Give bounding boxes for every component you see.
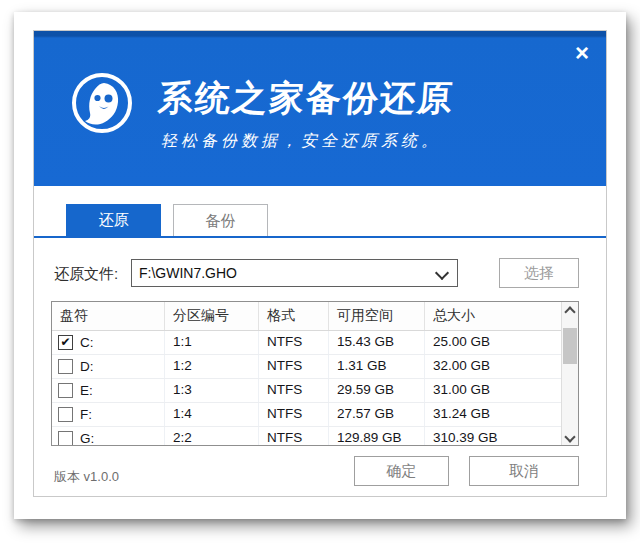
row-checkbox[interactable] — [58, 431, 73, 445]
format-value: NTFS — [259, 427, 329, 445]
partition-id: 1:3 — [165, 379, 259, 402]
partition-table: 盘符 分区编号 格式 可用空间 总大小 ✔ C: 1:1 NTFS 15.43 … — [51, 301, 579, 446]
row-checkbox[interactable] — [58, 359, 73, 374]
table-scrollbar[interactable] — [561, 302, 578, 445]
drive-letter: C: — [80, 332, 94, 354]
format-value: NTFS — [259, 331, 329, 354]
chevron-up-icon — [564, 306, 575, 317]
tab-restore[interactable]: 还原 — [66, 204, 161, 236]
partition-id: 1:4 — [165, 403, 259, 426]
total-size-value: 31.00 GB — [425, 379, 561, 402]
drive-letter: E: — [80, 380, 93, 402]
app-window: 系统之家备份还原 轻松备份数据，安全还原系统。 × 还原 备份 还原文件: F:… — [33, 30, 607, 497]
ghost-logo-icon — [70, 71, 134, 135]
partition-id: 1:1 — [165, 331, 259, 354]
app-title: 系统之家备份还原 — [156, 75, 455, 122]
tab-underline — [34, 236, 606, 238]
app-header: 系统之家备份还原 轻松备份数据，安全还原系统。 × — [34, 31, 606, 186]
format-value: NTFS — [259, 403, 329, 426]
format-value: NTFS — [259, 355, 329, 378]
free-space-value: 129.89 GB — [329, 427, 425, 445]
column-header-total-size[interactable]: 总大小 — [425, 302, 561, 330]
scroll-up-button[interactable] — [562, 302, 578, 318]
select-file-button[interactable]: 选择 — [499, 258, 579, 288]
row-checkbox[interactable]: ✔ — [58, 335, 73, 350]
total-size-value: 310.39 GB — [425, 427, 561, 445]
tab-bar: 还原 备份 — [66, 204, 268, 236]
table-header-row: 盘符 分区编号 格式 可用空间 总大小 — [52, 302, 561, 331]
total-size-value: 32.00 GB — [425, 355, 561, 378]
restore-file-combobox[interactable]: F:\GWIN7.GHO — [131, 259, 458, 287]
free-space-value: 27.57 GB — [329, 403, 425, 426]
table-row[interactable]: E: 1:3 NTFS 29.59 GB 31.00 GB — [52, 379, 561, 403]
drive-letter: F: — [80, 404, 92, 426]
version-label: 版本 v1.0.0 — [54, 468, 119, 486]
column-header-free-space[interactable]: 可用空间 — [329, 302, 425, 330]
total-size-value: 31.24 GB — [425, 403, 561, 426]
total-size-value: 25.00 GB — [425, 331, 561, 354]
table-row[interactable]: F: 1:4 NTFS 27.57 GB 31.24 GB — [52, 403, 561, 427]
row-checkbox[interactable] — [58, 383, 73, 398]
tab-backup[interactable]: 备份 — [173, 204, 268, 236]
drive-letter: D: — [80, 356, 94, 378]
format-value: NTFS — [259, 379, 329, 402]
column-header-drive[interactable]: 盘符 — [52, 302, 165, 330]
window-matte: 系统之家备份还原 轻松备份数据，安全还原系统。 × 还原 备份 还原文件: F:… — [14, 12, 626, 519]
close-button[interactable]: × — [568, 39, 596, 67]
table-row[interactable]: D: 1:2 NTFS 1.31 GB 32.00 GB — [52, 355, 561, 379]
scroll-down-button[interactable] — [562, 429, 578, 445]
checkmark-icon: ✔ — [60, 336, 70, 348]
cancel-button[interactable]: 取消 — [469, 456, 579, 486]
ok-button[interactable]: 确定 — [354, 456, 449, 486]
drive-letter: G: — [80, 428, 94, 446]
table-row[interactable]: G: 2:2 NTFS 129.89 GB 310.39 GB — [52, 427, 561, 445]
dropdown-chevron-icon[interactable] — [435, 266, 449, 280]
restore-file-label: 还原文件: — [54, 265, 118, 284]
free-space-value: 15.43 GB — [329, 331, 425, 354]
restore-file-value: F:\GWIN7.GHO — [139, 265, 237, 281]
chevron-down-icon — [564, 431, 575, 442]
scrollbar-thumb[interactable] — [563, 328, 577, 364]
column-header-partition[interactable]: 分区编号 — [165, 302, 259, 330]
close-icon: × — [575, 39, 589, 66]
free-space-value: 29.59 GB — [329, 379, 425, 402]
partition-id: 2:2 — [165, 427, 259, 445]
row-checkbox[interactable] — [58, 407, 73, 422]
partition-id: 1:2 — [165, 355, 259, 378]
partition-table-body: 盘符 分区编号 格式 可用空间 总大小 ✔ C: 1:1 NTFS 15.43 … — [52, 302, 561, 445]
column-header-format[interactable]: 格式 — [259, 302, 329, 330]
table-row[interactable]: ✔ C: 1:1 NTFS 15.43 GB 25.00 GB — [52, 331, 561, 355]
free-space-value: 1.31 GB — [329, 355, 425, 378]
app-subtitle: 轻松备份数据，安全还原系统。 — [161, 131, 441, 152]
